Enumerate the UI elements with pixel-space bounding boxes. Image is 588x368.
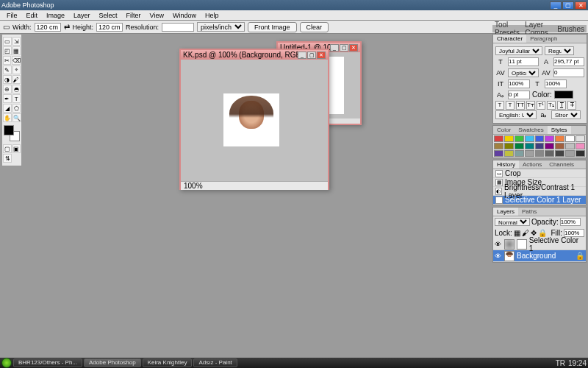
superscript-button[interactable]: T¹: [537, 101, 545, 110]
tool-magic-wand[interactable]: ▦: [12, 46, 21, 55]
layer-item[interactable]: 👁Selective Color 1: [493, 238, 586, 250]
tool-gradient[interactable]: ◓: [12, 85, 21, 93]
taskbar-item[interactable]: Keira Knightley: [143, 358, 193, 367]
tool-brush[interactable]: ⌖: [12, 66, 21, 74]
font-size-input[interactable]: [508, 57, 539, 66]
doc-maximize-button[interactable]: ▢: [307, 52, 316, 59]
front-image-button[interactable]: Front Image: [248, 22, 297, 32]
hscale-input[interactable]: [545, 79, 567, 88]
vscale-input[interactable]: [508, 79, 530, 88]
strike-button[interactable]: T̶: [567, 101, 576, 110]
taskbar-item[interactable]: Adobe Photoshop: [84, 358, 141, 367]
style-swatch[interactable]: [494, 150, 503, 157]
history-item[interactable]: ◐Brightness/Contrast 1 Layer: [493, 187, 586, 196]
menu-file[interactable]: File: [2, 12, 22, 19]
resolution-unit-select[interactable]: pixels/inch: [197, 22, 245, 32]
style-swatch[interactable]: [494, 143, 503, 149]
menu-select[interactable]: Select: [95, 12, 122, 19]
underline-button[interactable]: T̲: [557, 101, 566, 110]
style-swatch[interactable]: [535, 135, 545, 142]
tab-paragraph[interactable]: Paragraph: [526, 35, 561, 43]
menu-filter[interactable]: Filter: [122, 12, 146, 19]
tray-lang[interactable]: TR: [556, 359, 565, 367]
swap-icon[interactable]: ⇄: [64, 23, 70, 31]
tool-healing[interactable]: ✎: [3, 66, 12, 74]
layer-visibility-icon[interactable]: 👁: [495, 241, 502, 248]
start-button[interactable]: [1, 358, 12, 368]
canvas-photo[interactable]: [223, 93, 279, 146]
tracking-input[interactable]: [553, 68, 584, 77]
italic-button[interactable]: T: [506, 101, 514, 110]
tool-shape[interactable]: ⬠: [12, 104, 21, 113]
style-swatch[interactable]: [494, 135, 503, 142]
menu-view[interactable]: View: [146, 12, 168, 19]
lock-transparency-icon[interactable]: ▦: [514, 229, 520, 237]
menu-layer[interactable]: Layer: [69, 12, 95, 19]
style-swatch[interactable]: [504, 135, 514, 142]
language-select[interactable]: English: USA: [495, 110, 537, 119]
lock-pixels-icon[interactable]: 🖌: [522, 229, 529, 237]
window-maximize-button[interactable]: ▢: [562, 1, 574, 10]
tool-slice[interactable]: ⌫: [12, 56, 21, 65]
layer-thumbnail[interactable]: [504, 251, 514, 261]
style-swatch[interactable]: [555, 150, 564, 157]
kerning-select[interactable]: Optical: [508, 68, 539, 77]
antialias-select[interactable]: Strong: [551, 110, 581, 119]
menu-image[interactable]: Image: [42, 12, 69, 19]
font-family-select[interactable]: Joyful Juliana: [495, 46, 542, 55]
well-brushes[interactable]: Brushes: [557, 25, 584, 33]
history-item[interactable]: ▭Crop: [493, 169, 586, 178]
menu-window[interactable]: Window: [168, 12, 201, 19]
layer-visibility-icon[interactable]: 👁: [495, 252, 502, 260]
screen-mode-standard[interactable]: ▢: [3, 144, 12, 153]
clear-button[interactable]: Clear: [300, 22, 329, 32]
style-swatch[interactable]: [565, 150, 575, 157]
layer-thumbnail[interactable]: [504, 239, 514, 250]
style-swatch[interactable]: [565, 143, 575, 149]
window-close-button[interactable]: ✕: [575, 1, 587, 10]
tab-paths[interactable]: Paths: [518, 208, 540, 216]
blend-mode-select[interactable]: Normal: [495, 218, 530, 226]
tab-channels[interactable]: Channels: [545, 160, 578, 169]
style-swatch[interactable]: [535, 150, 545, 157]
tool-hand[interactable]: ✋: [3, 113, 12, 122]
layer-mask-thumbnail[interactable]: [517, 239, 527, 250]
tool-crop[interactable]: ✂: [3, 56, 11, 65]
tool-zoom[interactable]: 🔍: [12, 113, 21, 122]
opacity-input[interactable]: [560, 218, 581, 226]
doc-close-button[interactable]: ✕: [317, 52, 326, 59]
style-swatch[interactable]: [565, 135, 575, 142]
allcaps-button[interactable]: TT: [516, 101, 525, 110]
style-swatch[interactable]: [545, 150, 554, 157]
style-swatch[interactable]: [576, 135, 585, 142]
doc-zoom[interactable]: 100%: [184, 182, 203, 190]
text-color-swatch[interactable]: [554, 91, 573, 99]
style-swatch[interactable]: [525, 150, 534, 157]
tool-rect-marquee[interactable]: ▭: [3, 37, 12, 46]
tool-pen[interactable]: ✒: [3, 94, 12, 103]
tab-styles[interactable]: Styles: [548, 126, 571, 134]
style-swatch[interactable]: [525, 143, 534, 149]
doc-minimize-button[interactable]: _: [298, 52, 306, 59]
doc-close-button[interactable]: ✕: [349, 44, 358, 52]
style-swatch[interactable]: [514, 150, 524, 157]
style-swatch[interactable]: [555, 143, 564, 149]
tool-move[interactable]: ⇲: [12, 37, 21, 46]
subscript-button[interactable]: T₁: [547, 101, 556, 110]
doc-minimize-button[interactable]: _: [330, 44, 339, 52]
fg-bg-colors[interactable]: [4, 125, 20, 141]
taskbar-item[interactable]: Adsız - Paint: [193, 358, 237, 367]
tab-layers[interactable]: Layers: [493, 208, 518, 216]
tab-swatches[interactable]: Swatches: [514, 126, 548, 134]
doc-maximize-button[interactable]: ▢: [340, 44, 348, 52]
font-style-select[interactable]: Regular: [545, 46, 574, 55]
screen-mode-full[interactable]: ▣: [12, 144, 21, 153]
tool-clone[interactable]: ◑: [3, 75, 12, 84]
document-window-kk[interactable]: KK.psd @ 100% (Background, RGB/... _▢✕ 1…: [179, 49, 329, 190]
style-swatch[interactable]: [545, 135, 554, 142]
style-swatch[interactable]: [525, 135, 534, 142]
smallcaps-button[interactable]: Tᴛ: [526, 101, 535, 110]
style-swatch[interactable]: [514, 135, 524, 142]
style-swatch[interactable]: [504, 143, 514, 149]
style-swatch[interactable]: [504, 150, 514, 157]
